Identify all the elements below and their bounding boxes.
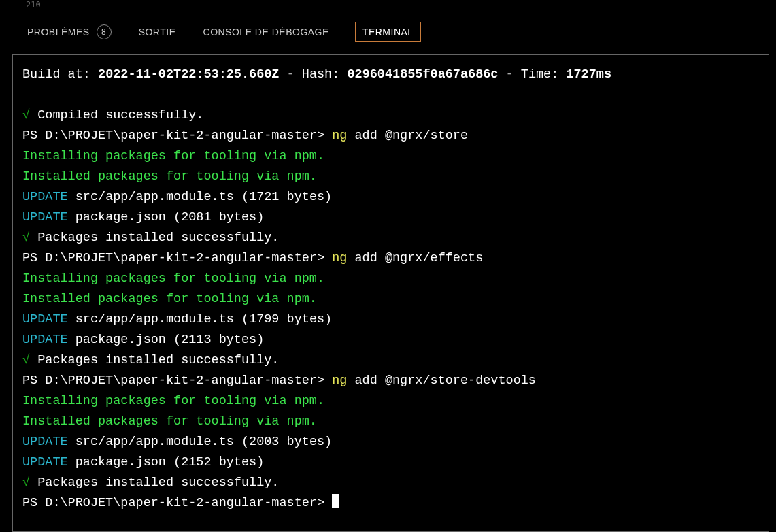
installed-1: Installed packages for tooling via npm. bbox=[22, 169, 317, 184]
update-1b: package.json (2081 bytes) bbox=[68, 210, 265, 225]
check-icon-2: √ bbox=[22, 353, 30, 367]
prompt-4: PS D:\PROJET\paper-kit-2-angular-master> bbox=[22, 496, 332, 510]
check-icon-1: √ bbox=[22, 231, 30, 245]
hash-label: Hash: bbox=[302, 67, 348, 82]
update-kw-1b: UPDATE bbox=[22, 210, 68, 225]
sep2: - bbox=[498, 67, 520, 82]
tab-debug-console-label: CONSOLE DE DÉBOGAGE bbox=[203, 27, 329, 37]
terminal-panel[interactable]: Build at: 2022-11-02T22:53:25.660Z - Has… bbox=[12, 54, 769, 532]
prompt-2: PS D:\PROJET\paper-kit-2-angular-master> bbox=[22, 251, 332, 265]
update-2a: src/app/app.module.ts (1799 bytes) bbox=[68, 312, 333, 327]
problems-count-badge: 8 bbox=[97, 24, 112, 39]
pkg-ok-1: Packages installed successfully. bbox=[30, 231, 279, 245]
update-2b: package.json (2113 bytes) bbox=[68, 333, 265, 347]
ng-cmd-2: ng bbox=[332, 251, 347, 265]
prompt-1: PS D:\PROJET\paper-kit-2-angular-master> bbox=[22, 129, 332, 143]
compiled-msg: Compiled successfully. bbox=[30, 108, 203, 122]
tab-output[interactable]: SORTIE bbox=[137, 24, 178, 40]
cmd-1-args: add @ngrx/store bbox=[347, 129, 468, 143]
update-kw-3b: UPDATE bbox=[22, 455, 68, 469]
cmd-2-args: add @ngrx/effects bbox=[347, 251, 483, 265]
check-icon: √ bbox=[22, 108, 30, 122]
tab-problems-label: PROBLÈMES bbox=[27, 27, 90, 37]
tab-terminal[interactable]: TERMINAL bbox=[355, 22, 421, 42]
installing-1: Installing packages for tooling via npm. bbox=[22, 149, 324, 163]
update-kw-2b: UPDATE bbox=[22, 333, 68, 347]
editor-line-number: 210 bbox=[12, 0, 776, 10]
time-value: 1727ms bbox=[566, 67, 611, 82]
ng-cmd-1: ng bbox=[332, 129, 347, 143]
tab-terminal-label: TERMINAL bbox=[362, 27, 414, 37]
build-prefix: Build at: bbox=[22, 67, 98, 82]
update-3b: package.json (2152 bytes) bbox=[68, 455, 265, 469]
check-icon-3: √ bbox=[22, 476, 30, 490]
pkg-ok-2: Packages installed successfully. bbox=[30, 353, 279, 367]
panel-tabs: PROBLÈMES 8 SORTIE CONSOLE DE DÉBOGAGE T… bbox=[12, 10, 776, 52]
update-kw-3a: UPDATE bbox=[22, 435, 68, 449]
cursor-icon bbox=[332, 494, 339, 508]
installed-2: Installed packages for tooling via npm. bbox=[22, 292, 317, 306]
hash-value: 0296041855f0a67a686c bbox=[347, 67, 498, 82]
tab-debug-console[interactable]: CONSOLE DE DÉBOGAGE bbox=[202, 24, 331, 40]
ng-cmd-3: ng bbox=[332, 373, 347, 388]
sep1: - bbox=[279, 67, 301, 82]
update-3a: src/app/app.module.ts (2003 bytes) bbox=[68, 435, 333, 449]
installed-3: Installed packages for tooling via npm. bbox=[22, 414, 317, 429]
update-kw-2a: UPDATE bbox=[22, 312, 68, 327]
prompt-3: PS D:\PROJET\paper-kit-2-angular-master> bbox=[22, 373, 332, 388]
update-kw-1a: UPDATE bbox=[22, 190, 68, 204]
tab-output-label: SORTIE bbox=[139, 27, 176, 37]
time-label: Time: bbox=[521, 67, 567, 82]
tab-problems[interactable]: PROBLÈMES 8 bbox=[26, 22, 113, 42]
update-1a: src/app/app.module.ts (1721 bytes) bbox=[68, 190, 333, 204]
installing-2: Installing packages for tooling via npm. bbox=[22, 271, 324, 286]
installing-3: Installing packages for tooling via npm. bbox=[22, 394, 324, 408]
pkg-ok-3: Packages installed successfully. bbox=[30, 476, 279, 490]
build-timestamp: 2022-11-02T22:53:25.660Z bbox=[98, 67, 279, 82]
cmd-3-args: add @ngrx/store-devtools bbox=[347, 373, 536, 388]
terminal-output[interactable]: Build at: 2022-11-02T22:53:25.660Z - Has… bbox=[22, 65, 759, 514]
